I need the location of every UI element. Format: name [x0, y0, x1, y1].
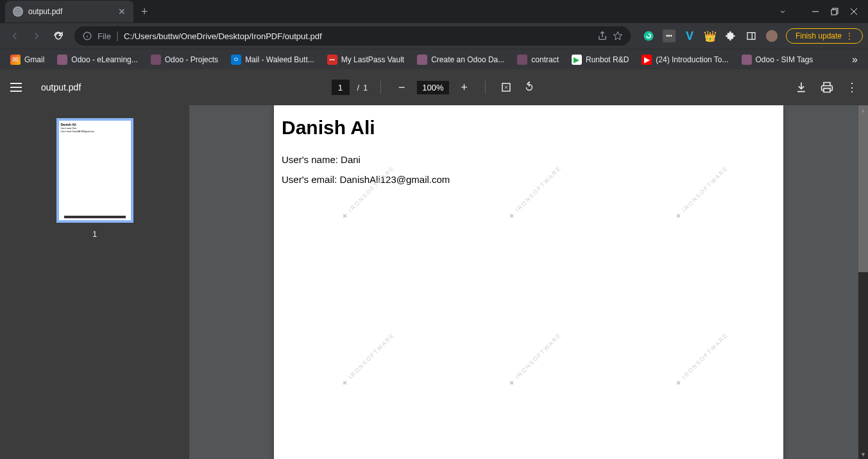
odoo-icon — [151, 55, 161, 65]
tab-title: output.pdf — [28, 7, 113, 16]
bookmark-youtube[interactable]: ▶(24) Introduction To... — [636, 52, 733, 67]
new-tab-button[interactable]: + — [141, 5, 148, 19]
scroll-thumb[interactable] — [858, 105, 868, 272]
lastpass-icon: ••• — [327, 55, 337, 65]
runbot-icon: ▶ — [572, 55, 582, 65]
page-thumbnail[interactable]: Danish Ali User's name: Dani User's emai… — [56, 118, 133, 223]
toolbar-divider — [380, 81, 381, 94]
maximize-icon[interactable] — [831, 8, 838, 15]
finish-update-label: Finish update — [796, 31, 842, 40]
pdf-more-icon[interactable]: ⋮ — [846, 80, 858, 94]
url-field[interactable]: File | C:/Users/buttw/OneDrive/Desktop/I… — [74, 26, 631, 46]
sidepanel-icon[interactable] — [745, 30, 758, 42]
thumbnail-number: 1 — [92, 229, 97, 239]
gmail-icon: ✉ — [10, 55, 21, 65]
url-scheme: File — [98, 31, 111, 41]
thumbnail-panel: Danish Ali User's name: Dani User's emai… — [0, 105, 189, 459]
zoom-out-button[interactable]: − — [394, 80, 409, 95]
scroll-up-icon[interactable]: ▲ — [858, 105, 868, 115]
window-controls — [768, 0, 868, 23]
bookmark-outlook[interactable]: OMail - Waleed Butt... — [226, 52, 319, 67]
tab-close-icon[interactable]: ✕ — [118, 6, 126, 17]
site-info-icon[interactable] — [82, 31, 92, 41]
document-line-1: User's name: Dani — [282, 154, 776, 165]
back-button[interactable] — [5, 26, 24, 46]
vertical-scrollbar[interactable]: ▲ ▼ — [858, 105, 868, 459]
svg-rect-3 — [831, 10, 837, 15]
lastpass-icon[interactable]: ••• — [663, 30, 676, 42]
vimeo-icon[interactable]: V — [683, 30, 696, 42]
bookmarks-bar: ✉Gmail Odoo - eLearning... Odoo - Projec… — [0, 49, 868, 69]
bookmark-star-icon[interactable] — [613, 31, 623, 41]
close-icon[interactable] — [850, 8, 858, 15]
address-bar: File | C:/Users/buttw/OneDrive/Desktop/I… — [0, 23, 868, 49]
reload-button[interactable] — [49, 26, 68, 46]
svg-point-1 — [17, 10, 19, 13]
toolbar-divider — [485, 81, 486, 94]
minimize-icon[interactable] — [812, 8, 819, 15]
pdf-menu-icon[interactable] — [10, 80, 26, 95]
more-icon: ⋮ — [846, 31, 853, 40]
fit-page-icon[interactable] — [498, 80, 514, 95]
svg-point-7 — [766, 30, 778, 42]
share-icon[interactable] — [597, 31, 608, 41]
odoo-icon — [517, 55, 527, 65]
page-total: 1 — [363, 83, 368, 92]
url-separator: | — [116, 30, 119, 42]
forward-button[interactable] — [27, 26, 46, 46]
profile-avatar-icon[interactable] — [765, 30, 778, 42]
pdf-toolbar: output.pdf / 1 − 100% + ⋮ — [0, 69, 868, 105]
page-separator: / — [357, 83, 359, 92]
page-number-input[interactable] — [331, 80, 349, 95]
bookmark-odoo-projects[interactable]: Odoo - Projects — [146, 52, 223, 67]
odoo-icon — [742, 55, 752, 65]
bookmark-runbot[interactable]: ▶Runbot R&D — [566, 52, 634, 67]
bookmark-lastpass[interactable]: •••My LastPass Vault — [322, 52, 409, 67]
download-icon[interactable] — [795, 81, 808, 94]
bookmark-odoo-sim[interactable]: Odoo - SIM Tags — [736, 52, 819, 67]
tab-favicon-icon — [13, 6, 23, 17]
extension-icon[interactable]: 👑 — [704, 30, 717, 42]
odoo-icon — [57, 55, 67, 65]
page-area[interactable]: Danish Ali User's name: Dani User's emai… — [189, 105, 868, 459]
svg-rect-6 — [747, 33, 755, 40]
svg-point-0 — [15, 8, 21, 15]
extensions-menu-icon[interactable] — [724, 30, 737, 42]
print-icon[interactable] — [821, 81, 833, 94]
outlook-icon: O — [231, 55, 241, 65]
bookmarks-overflow-icon[interactable]: » — [847, 54, 863, 65]
youtube-icon: ▶ — [642, 55, 652, 65]
pdf-page: Danish Ali User's name: Dani User's emai… — [274, 105, 783, 459]
bookmark-contract[interactable]: contract — [512, 52, 564, 67]
document-heading: Danish Ali — [282, 117, 776, 139]
zoom-level[interactable]: 100% — [417, 81, 448, 94]
pdf-filename: output.pdf — [41, 82, 81, 92]
bookmark-odoo-elearning[interactable]: Odoo - eLearning... — [52, 52, 142, 67]
finish-update-button[interactable]: Finish update ⋮ — [786, 28, 863, 44]
pdf-viewer: Danish Ali User's name: Dani User's emai… — [0, 105, 868, 459]
browser-tab[interactable]: output.pdf ✕ — [5, 1, 133, 22]
zoom-in-button[interactable]: + — [457, 80, 472, 95]
tab-search-icon[interactable] — [778, 7, 787, 16]
extension-icons: ••• V 👑 — [637, 30, 783, 42]
svg-point-5 — [643, 31, 653, 41]
rotate-icon[interactable] — [522, 80, 537, 95]
document-line-2: User's email: DanishAli123@gmail.com — [282, 174, 776, 185]
browser-titlebar: output.pdf ✕ + — [0, 0, 868, 23]
bookmark-odoo-create[interactable]: Create an Odoo Da... — [412, 52, 509, 67]
scroll-down-icon[interactable]: ▼ — [858, 449, 868, 459]
grammarly-icon[interactable] — [642, 30, 655, 42]
bookmark-gmail[interactable]: ✉Gmail — [5, 52, 49, 67]
odoo-icon — [417, 55, 427, 65]
url-path: C:/Users/buttw/OneDrive/Desktop/IronPDF/… — [124, 31, 592, 41]
